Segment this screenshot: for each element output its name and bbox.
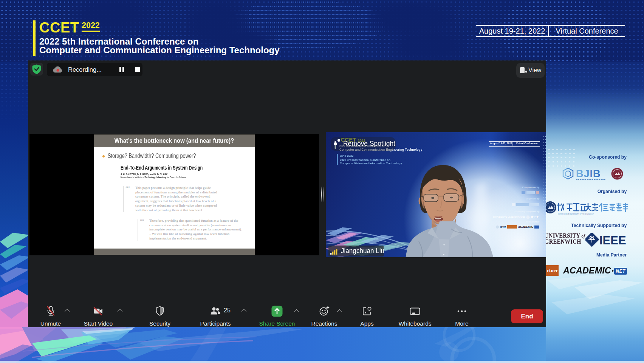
svg-text:IEEE: IEEE bbox=[599, 234, 626, 247]
svg-text:BJIB: BJIB bbox=[576, 168, 601, 179]
svg-text:NORTH CHINA UNIVERSITY OF TECH: NORTH CHINA UNIVERSITY OF TECHNOLOGY bbox=[558, 213, 594, 215]
